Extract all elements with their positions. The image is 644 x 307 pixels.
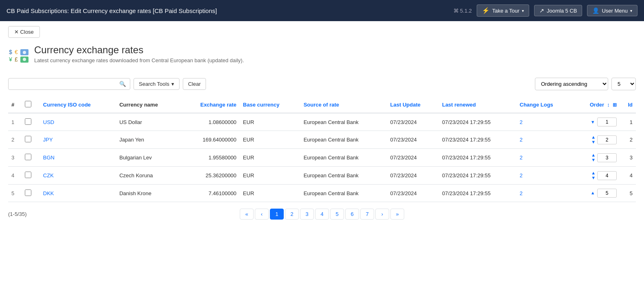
row-source: European Central Bank bbox=[300, 149, 387, 167]
row-source: European Central Bank bbox=[300, 131, 387, 149]
pagination-page-6[interactable]: 6 bbox=[345, 209, 359, 220]
row-checkbox[interactable] bbox=[25, 172, 31, 178]
order-up-button[interactable]: ▲ bbox=[591, 171, 596, 175]
row-change-logs: 2 bbox=[517, 113, 573, 131]
take-tour-button[interactable]: ⚡ Take a Tour ▾ bbox=[477, 4, 529, 17]
pagination-page-2[interactable]: 2 bbox=[285, 209, 299, 220]
col-hash: # bbox=[8, 97, 22, 113]
order-grid-icon: ⊞ bbox=[613, 102, 617, 108]
results-count: (1-5/35) bbox=[8, 211, 27, 217]
change-log-link[interactable]: 2 bbox=[520, 137, 523, 143]
tour-chevron-icon: ▾ bbox=[522, 9, 524, 13]
user-chevron-icon: ▾ bbox=[630, 9, 632, 13]
page-header-text: Currency exchange rates Latest currency … bbox=[34, 44, 244, 63]
toolbar: 🔍 Search Tools ▾ Clear Ordering ascendin… bbox=[8, 78, 636, 90]
user-menu-button[interactable]: 👤 User Menu ▾ bbox=[587, 5, 637, 16]
row-checkbox[interactable] bbox=[25, 189, 31, 196]
row-num: 2 bbox=[8, 131, 22, 149]
row-num: 1 bbox=[8, 113, 22, 131]
joomla-cb-button[interactable]: ↗ Joomla 5 CB bbox=[534, 5, 582, 16]
order-input[interactable] bbox=[597, 118, 617, 126]
table-row: 5 DKK Danish Krone 7.46100000 EUR Europe… bbox=[8, 185, 636, 202]
row-change-logs: 2 bbox=[517, 131, 573, 149]
row-rate: 1.95580000 bbox=[180, 149, 240, 167]
row-id: 5 bbox=[620, 185, 636, 202]
order-input[interactable] bbox=[597, 135, 617, 144]
row-id: 2 bbox=[620, 131, 636, 149]
order-arrows: ▲ ▼ bbox=[591, 153, 596, 162]
row-source: European Central Bank bbox=[300, 167, 387, 185]
pagination-next[interactable]: › bbox=[375, 209, 389, 220]
order-down-button[interactable]: ▼ bbox=[591, 140, 596, 144]
row-last-update: 07/23/2024 bbox=[387, 149, 439, 167]
top-bar: CB Paid Subscriptions: Edit Currency exc… bbox=[0, 0, 644, 21]
change-log-link[interactable]: 2 bbox=[520, 119, 523, 125]
search-tools-button[interactable]: Search Tools ▾ bbox=[134, 78, 180, 90]
row-checkbox[interactable] bbox=[25, 118, 31, 125]
row-checkbox[interactable] bbox=[25, 154, 31, 160]
order-input[interactable] bbox=[597, 153, 617, 162]
version-label: ⌘ 5.1.2 bbox=[453, 8, 472, 14]
row-last-update: 07/23/2024 bbox=[387, 131, 439, 149]
col-last-renewed: Last renewed bbox=[439, 97, 517, 113]
row-name: Bulgarian Lev bbox=[116, 149, 180, 167]
order-up-button[interactable]: ▲ bbox=[591, 135, 596, 139]
col-change-logs: Change Logs bbox=[517, 97, 573, 113]
select-all-checkbox[interactable] bbox=[25, 101, 31, 107]
order-down-button[interactable]: ▼ bbox=[591, 176, 596, 180]
page-header: $ € ¥ £ Currency exchange rates Latest c… bbox=[8, 44, 636, 70]
row-order-cell: ▲ bbox=[573, 185, 620, 202]
order-arrows: ▲ ▼ bbox=[591, 135, 596, 144]
order-arrows: ▼ bbox=[590, 120, 596, 124]
change-log-link[interactable]: 2 bbox=[520, 172, 523, 179]
col-check bbox=[22, 97, 40, 113]
pagination-page-4[interactable]: 4 bbox=[315, 209, 329, 220]
table-row: 2 JPY Japan Yen 169.64000000 EUR Europea… bbox=[8, 131, 636, 149]
col-iso: Currency ISO code bbox=[40, 97, 116, 113]
row-checkbox-cell bbox=[22, 149, 40, 167]
order-down-button[interactable]: ▼ bbox=[591, 158, 596, 162]
order-up-button[interactable]: ▲ bbox=[591, 153, 596, 157]
row-rate: 25.36200000 bbox=[180, 167, 240, 185]
row-rate: 1.08600000 bbox=[180, 113, 240, 131]
pagination-page-7[interactable]: 7 bbox=[360, 209, 374, 220]
pagination-page-3[interactable]: 3 bbox=[300, 209, 314, 220]
row-last-renewed: 07/23/2024 17:29:55 bbox=[439, 113, 517, 131]
order-up-button[interactable]: ▲ bbox=[590, 191, 596, 195]
svg-text:¥: ¥ bbox=[9, 56, 12, 63]
row-base: EUR bbox=[240, 113, 300, 131]
ordering-select[interactable]: Ordering ascendingOrdering descendingID … bbox=[535, 78, 608, 90]
search-tools-chevron-icon: ▾ bbox=[171, 81, 174, 87]
order-down-button[interactable]: ▼ bbox=[590, 120, 596, 124]
search-button[interactable]: 🔍 bbox=[115, 78, 130, 90]
order-input[interactable] bbox=[597, 189, 617, 198]
order-input[interactable] bbox=[597, 171, 617, 180]
row-last-renewed: 07/23/2024 17:29:55 bbox=[439, 149, 517, 167]
col-last-update: Last Update bbox=[387, 97, 439, 113]
col-base: Base currency bbox=[240, 97, 300, 113]
per-page-select[interactable]: 5101520253050100 bbox=[611, 78, 636, 90]
pagination-prev[interactable]: ‹ bbox=[255, 209, 269, 220]
row-checkbox-cell bbox=[22, 131, 40, 149]
row-name: Danish Krone bbox=[116, 185, 180, 202]
clear-button[interactable]: Clear bbox=[183, 78, 206, 90]
row-name: US Dollar bbox=[116, 113, 180, 131]
row-base: EUR bbox=[240, 149, 300, 167]
close-button[interactable]: ✕ Close bbox=[8, 26, 40, 38]
row-rate: 7.46100000 bbox=[180, 185, 240, 202]
row-checkbox[interactable] bbox=[25, 136, 31, 142]
row-last-update: 07/23/2024 bbox=[387, 167, 439, 185]
page-heading: Currency exchange rates bbox=[34, 44, 244, 56]
change-log-link[interactable]: 2 bbox=[520, 155, 523, 161]
pagination-page-5[interactable]: 5 bbox=[330, 209, 344, 220]
pagination-page-1[interactable]: 1 bbox=[270, 209, 284, 220]
change-log-link[interactable]: 2 bbox=[520, 190, 523, 196]
pagination-last[interactable]: » bbox=[390, 209, 404, 220]
svg-text:$: $ bbox=[9, 49, 12, 55]
search-input[interactable] bbox=[8, 78, 130, 90]
row-iso: USD bbox=[40, 113, 116, 131]
row-order-cell: ▲ ▼ bbox=[573, 149, 620, 167]
svg-text:£: £ bbox=[15, 56, 18, 63]
toolbar-right: Ordering ascendingOrdering descendingID … bbox=[535, 78, 636, 90]
pagination-first[interactable]: « bbox=[240, 209, 254, 220]
